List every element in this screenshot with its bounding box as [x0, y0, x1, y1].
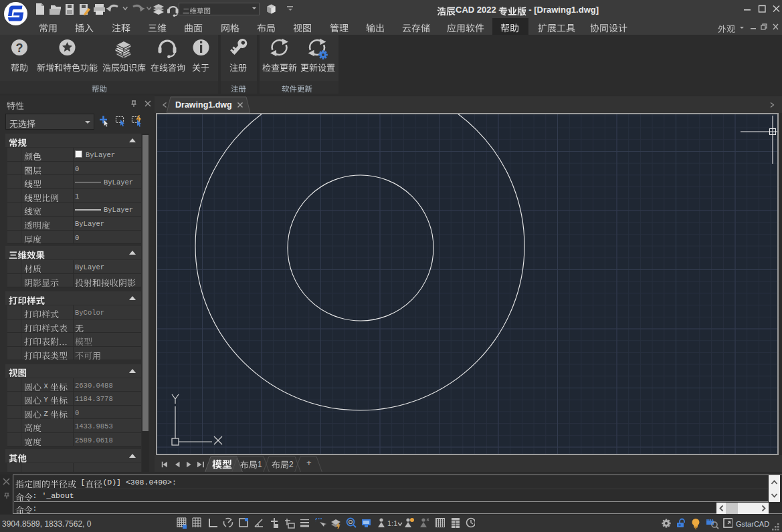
svg-text:1:1: 1:1	[387, 519, 397, 527]
svg-text:?: ?	[16, 41, 23, 55]
